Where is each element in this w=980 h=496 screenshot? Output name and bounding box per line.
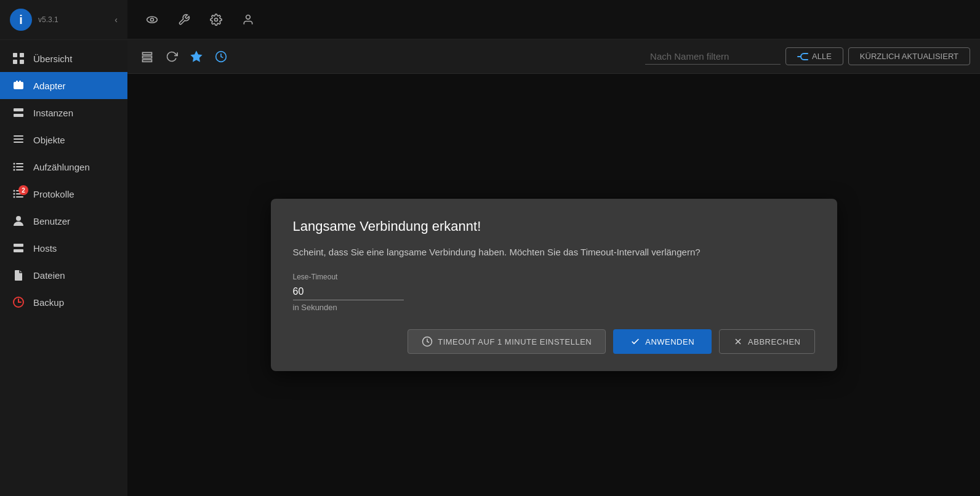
backup-icon: [12, 296, 25, 308]
btn-timeout-label: TIMEOUT AUF 1 MINUTE EINSTELLEN: [438, 337, 592, 346]
app-logo: i: [10, 9, 32, 31]
read-timeout-input[interactable]: [293, 284, 404, 300]
sidebar-nav: Übersicht Adapter Instanzen Objekte Aufz: [0, 40, 127, 496]
svg-point-24: [14, 196, 15, 198]
sidebar-label-benutzer: Benutzer: [33, 216, 70, 226]
svg-rect-36: [143, 52, 152, 54]
svg-point-10: [21, 115, 22, 116]
sidebar-logo: i v5.3.1 ‹: [0, 0, 127, 40]
filter-recent-label: KÜRZLICH AKTUALISIERT: [860, 52, 958, 61]
filter-all-button[interactable]: ALLE: [785, 47, 843, 65]
svg-point-9: [21, 110, 22, 111]
favorites-button[interactable]: [187, 47, 206, 66]
list-view-button[interactable]: [137, 47, 157, 66]
app-version: v5.3.1: [38, 15, 58, 24]
hosts-icon: [12, 242, 25, 254]
svg-rect-15: [16, 163, 23, 164]
apply-button[interactable]: ANWENDEN: [613, 329, 712, 354]
sidebar-item-uebersicht[interactable]: Übersicht: [0, 45, 127, 72]
svg-rect-17: [16, 166, 23, 167]
dialog-overlay: Langsame Verbindung erkannt! Scheint, da…: [127, 74, 980, 496]
eye-icon-button[interactable]: [142, 10, 162, 30]
svg-point-18: [14, 169, 15, 171]
wrench-icon-button[interactable]: [174, 10, 194, 30]
sidebar-label-aufzaehlungen: Aufzählungen: [33, 162, 90, 172]
btn-cancel-label: ABBRECHEN: [748, 337, 800, 346]
plugin-icon: [12, 79, 25, 92]
dialog-actions: TIMEOUT AUF 1 MINUTE EINSTELLEN ANWENDEN…: [293, 329, 815, 354]
svg-point-30: [21, 250, 22, 252]
sidebar-item-objekte[interactable]: Objekte: [0, 126, 127, 153]
gear-icon-button[interactable]: [206, 10, 226, 30]
main-content: ALLE KÜRZLICH AKTUALISIERT Alle Elemente…: [127, 0, 980, 496]
svg-rect-1: [20, 53, 24, 57]
svg-rect-19: [16, 169, 23, 170]
svg-point-32: [147, 17, 158, 23]
svg-point-20: [14, 190, 15, 192]
sidebar-label-hosts: Hosts: [33, 243, 57, 254]
sidebar: i v5.3.1 ‹ Übersicht Adapter Instanzen: [0, 0, 127, 496]
refresh-button[interactable]: [162, 47, 182, 66]
grid-icon: [12, 52, 25, 65]
svg-rect-6: [19, 81, 21, 82]
recent-icon-button[interactable]: [211, 47, 231, 66]
sidebar-item-protokolle[interactable]: 2 Protokolle: [0, 180, 127, 207]
sidebar-item-adapter[interactable]: Adapter: [0, 72, 127, 99]
svg-rect-2: [13, 60, 17, 64]
svg-rect-38: [143, 60, 152, 62]
person-icon: [12, 215, 25, 227]
filter-input[interactable]: [645, 49, 781, 65]
dialog-body: Scheint, dass Sie eine langsame Verbindu…: [293, 246, 815, 260]
sidebar-item-dateien[interactable]: Dateien: [0, 262, 127, 289]
svg-point-26: [16, 216, 21, 221]
svg-point-33: [151, 18, 154, 21]
dialog-field-label: Lese-Timeout: [293, 273, 815, 281]
btn-apply-label: ANWENDEN: [645, 337, 694, 346]
list-icon: [12, 134, 25, 146]
svg-rect-37: [143, 56, 152, 58]
svg-point-22: [14, 193, 15, 195]
svg-rect-0: [13, 53, 17, 57]
svg-rect-5: [16, 81, 18, 82]
svg-rect-13: [14, 142, 23, 143]
svg-rect-12: [14, 138, 23, 140]
adapter-toolbar: ALLE KÜRZLICH AKTUALISIERT: [127, 39, 980, 74]
svg-marker-39: [191, 51, 202, 61]
sidebar-label-instanzen: Instanzen: [33, 108, 73, 118]
dialog-title: Langsame Verbindung erkannt!: [293, 218, 815, 234]
sidebar-item-instanzen[interactable]: Instanzen: [0, 99, 127, 126]
svg-rect-4: [14, 82, 23, 89]
sidebar-label-dateien: Dateien: [33, 270, 65, 281]
sidebar-label-adapter: Adapter: [33, 81, 66, 91]
sidebar-item-backup[interactable]: Backup: [0, 289, 127, 316]
svg-rect-3: [20, 60, 24, 64]
file-icon: [12, 269, 25, 281]
sidebar-collapse-button[interactable]: ‹: [114, 15, 118, 25]
sidebar-label-backup: Backup: [33, 297, 64, 308]
list-bullet-icon: [12, 161, 25, 173]
cancel-button[interactable]: ABBRECHEN: [719, 329, 814, 354]
sidebar-item-aufzaehlungen[interactable]: Aufzählungen: [0, 153, 127, 180]
server-icon: [12, 106, 25, 119]
svg-rect-11: [14, 135, 23, 137]
sidebar-label-uebersicht: Übersicht: [33, 54, 72, 64]
svg-rect-25: [16, 196, 23, 198]
sidebar-item-hosts[interactable]: Hosts: [0, 234, 127, 262]
slow-connection-dialog: Langsame Verbindung erkannt! Scheint, da…: [271, 199, 837, 372]
user-icon-button[interactable]: [238, 10, 258, 30]
svg-point-16: [14, 166, 15, 168]
set-timeout-button[interactable]: TIMEOUT AUF 1 MINUTE EINSTELLEN: [408, 329, 606, 354]
svg-point-34: [215, 18, 218, 21]
svg-point-29: [21, 245, 22, 246]
sidebar-label-objekte: Objekte: [33, 135, 65, 145]
svg-point-35: [246, 15, 251, 19]
sidebar-label-protokolle: Protokolle: [33, 189, 74, 199]
filter-all-label: ALLE: [812, 52, 832, 61]
filter-recent-button[interactable]: KÜRZLICH AKTUALISIERT: [848, 47, 970, 65]
protokolle-badge: 2: [18, 185, 28, 195]
sidebar-item-benutzer[interactable]: Benutzer: [0, 207, 127, 234]
topbar: [127, 0, 980, 39]
dialog-field-unit: in Sekunden: [293, 303, 815, 312]
content-area: Alle Elemente werden herausgefiltert Lan…: [127, 74, 980, 496]
svg-point-14: [14, 163, 15, 165]
